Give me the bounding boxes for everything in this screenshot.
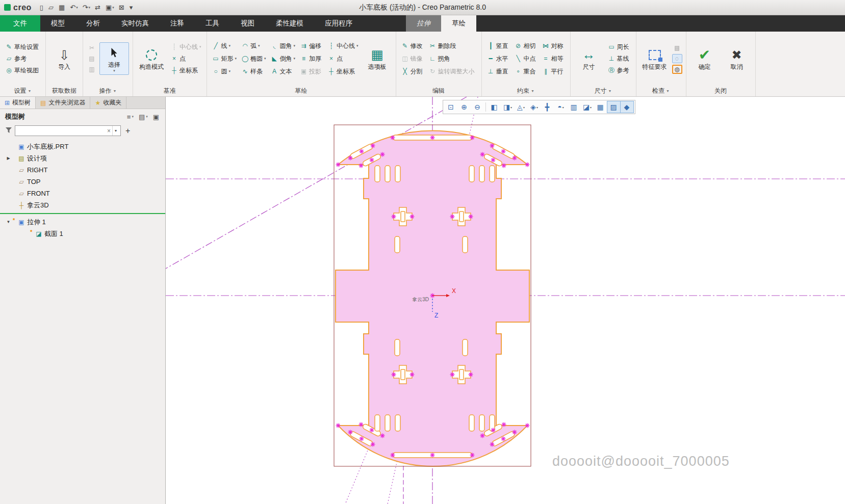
sketch-view-button[interactable]: ◎草绘视图 — [4, 66, 42, 75]
text-button[interactable]: A文本 — [269, 67, 297, 76]
group-operations-footer[interactable]: 操作▼ — [83, 86, 133, 96]
equal-constraint-button[interactable]: =相等 — [541, 54, 567, 64]
save-button[interactable]: ▦ — [57, 3, 67, 12]
import-button[interactable]: ⇩ 导入 — [49, 45, 79, 72]
tree-item-top-plane[interactable]: ▱ TOP — [0, 176, 165, 188]
zoom-window-button[interactable]: ⊡ — [445, 101, 457, 113]
new-file-button[interactable]: ▯ — [38, 3, 46, 12]
tangent-constraint-button[interactable]: ⊘相切 — [513, 41, 539, 51]
tab-sketch[interactable]: 草绘 — [441, 15, 476, 32]
ok-button[interactable]: ✔ 确定 — [690, 45, 720, 72]
tree-item-section-1[interactable]: * ◪ 截面 1 — [0, 228, 165, 240]
divide-button[interactable]: ╳分割 — [400, 67, 426, 76]
tree-item-design-items[interactable]: ▶ ▤ 设计项 — [0, 152, 165, 164]
orientation-button[interactable]: ◓▾ — [554, 101, 567, 113]
mirror-button[interactable]: ◫镜像 — [400, 54, 426, 64]
baseline-dimension-button[interactable]: ⊥基线 — [606, 54, 632, 64]
shade-closed-loops-button[interactable]: ▩ — [672, 43, 682, 52]
construction-mode-button[interactable]: 构造模式 — [137, 45, 166, 72]
rectangle-button[interactable]: ▭矩形▾ — [211, 54, 239, 64]
section-view-button[interactable]: ◪▾ — [581, 101, 594, 113]
redraw-button[interactable]: ◧ — [488, 101, 501, 113]
zoom-out-button[interactable]: ⊖ — [471, 101, 484, 113]
sketch-setup-button[interactable]: ✎草绘设置 — [4, 42, 42, 52]
centerline-datum-button[interactable]: ┊中心线▾ — [169, 42, 203, 52]
customize-quick-access-button[interactable]: ▾ — [127, 3, 136, 12]
circle-button[interactable]: ○圆▾ — [211, 67, 239, 76]
tab-file[interactable]: 文件 — [0, 15, 40, 32]
vertical-constraint-button[interactable]: ┃竖直 — [485, 41, 511, 51]
chamfer-button[interactable]: ◣倒角▾ — [269, 54, 297, 64]
fillet-button[interactable]: ◟圆角▾ — [269, 41, 297, 51]
rotate-resize-button[interactable]: ↻旋转调整大小 — [427, 67, 478, 76]
panel-tab-model-tree[interactable]: ⊞模型树 — [0, 97, 36, 109]
insert-here-indicator[interactable] — [0, 213, 165, 214]
spin-center-button[interactable]: ╋ — [541, 101, 554, 113]
modify-button[interactable]: ✎修改 — [400, 41, 426, 51]
tree-item-part[interactable]: ▣ 小车底板.PRT — [0, 141, 165, 152]
tree-display-options-button[interactable]: ▤▾ — [139, 113, 148, 121]
chassis-profile[interactable] — [336, 131, 529, 467]
coincident-constraint-button[interactable]: ∘重合 — [513, 67, 539, 76]
dimension-button[interactable]: ↔ 尺寸 — [574, 45, 604, 72]
tab-live-simulation[interactable]: 实时仿真 — [111, 15, 160, 32]
symmetric-constraint-button[interactable]: ⋈对称 — [541, 41, 567, 51]
perpendicular-constraint-button[interactable]: ⊥垂直 — [485, 67, 511, 76]
tree-item-csys[interactable]: ┼ 拿云3D — [0, 199, 165, 211]
redo-button[interactable]: ↷▾ — [81, 3, 92, 12]
group-constrain-footer[interactable]: 约束▼ — [482, 86, 570, 96]
references-button[interactable]: ▱参考 — [4, 54, 42, 64]
tree-detach-button[interactable]: ▣ — [153, 113, 160, 121]
filter-add-button[interactable]: + — [123, 126, 132, 136]
corner-button[interactable]: ∟拐角 — [427, 54, 478, 64]
undo-button[interactable]: ↶▾ — [68, 3, 80, 12]
copy-button[interactable]: ▤ — [87, 54, 97, 63]
tab-analysis[interactable]: 分析 — [75, 15, 111, 32]
filter-clear-icon[interactable]: × — [106, 127, 112, 135]
tree-settings-button[interactable]: ≡▾ — [127, 113, 134, 121]
regenerate-button[interactable]: ⇄ — [93, 3, 103, 12]
tab-extrude[interactable]: 拉伸 — [406, 15, 441, 32]
close-window-button[interactable]: ⊠ — [117, 3, 127, 12]
tree-item-extrude-1[interactable]: ▼ * ▣ 拉伸 1 — [0, 216, 165, 228]
tab-annotate[interactable]: 注释 — [160, 15, 195, 32]
csys-datum-button[interactable]: ┼坐标系 — [169, 66, 203, 75]
arc-button[interactable]: ◠弧▾ — [240, 41, 268, 51]
point-datum-button[interactable]: ×点 — [169, 54, 203, 64]
tab-flexible-modeling[interactable]: 柔性建模 — [265, 15, 314, 32]
reference-dimension-button[interactable]: Ⓡ参考 — [606, 66, 632, 75]
sketch-orientation-button[interactable]: ◆ — [621, 101, 633, 113]
horizontal-constraint-button[interactable]: ━水平 — [485, 54, 511, 64]
centerline-button[interactable]: ┆中心线▾ — [326, 41, 360, 51]
ellipse-button[interactable]: ◯椭圆▾ — [240, 54, 268, 64]
overlapping-geometry-button[interactable]: ◍ — [672, 65, 682, 74]
panel-tab-favorites[interactable]: ★收藏夹 — [90, 97, 126, 109]
sketch-display-button[interactable]: ▨ — [607, 101, 620, 113]
cancel-button[interactable]: ✖ 取消 — [722, 45, 752, 72]
tab-view[interactable]: 视图 — [230, 15, 265, 32]
point-button[interactable]: ×点 — [326, 54, 360, 64]
palette-button[interactable]: ▦ 选项板 — [363, 45, 392, 72]
datum-display-button[interactable]: ◬▾ — [515, 101, 527, 113]
highlight-open-ends-button[interactable]: ◌ — [672, 54, 682, 63]
csys-button[interactable]: ┼坐标系 — [326, 67, 360, 76]
thicken-button[interactable]: ≡加厚 — [298, 54, 324, 64]
group-dimension-footer[interactable]: 尺寸▼ — [571, 86, 636, 96]
select-button[interactable]: 选择 ▾ — [99, 42, 129, 75]
window-button[interactable]: ▣▾ — [104, 3, 116, 12]
open-file-button[interactable]: ▱ — [46, 3, 56, 12]
tree-item-front-plane[interactable]: ▱ FRONT — [0, 188, 165, 199]
perimeter-dimension-button[interactable]: ▭周长 — [606, 42, 632, 52]
filter-dropdown-icon[interactable]: ▾ — [112, 126, 119, 136]
midpoint-constraint-button[interactable]: ╲中点 — [513, 54, 539, 64]
delete-segment-button[interactable]: ✂删除段 — [427, 41, 478, 51]
paste-button[interactable]: ▥ — [87, 65, 97, 74]
display-style-button[interactable]: ◨▾ — [501, 101, 514, 113]
parallel-constraint-button[interactable]: ∥平行 — [541, 67, 567, 76]
snap-to-grid-button[interactable]: ▦ — [594, 101, 607, 113]
group-inspect-footer[interactable]: 检查▼ — [636, 86, 686, 96]
tab-applications[interactable]: 应用程序 — [314, 15, 363, 32]
tree-filter-input[interactable] — [17, 127, 106, 135]
graphics-area[interactable]: X Z 拿云3D ⊡ ⊕ ⊖ ◧ ◨▾ ◬▾ ◈▾ ╋ — [166, 97, 845, 504]
spline-button[interactable]: ∿样条 — [240, 67, 268, 76]
